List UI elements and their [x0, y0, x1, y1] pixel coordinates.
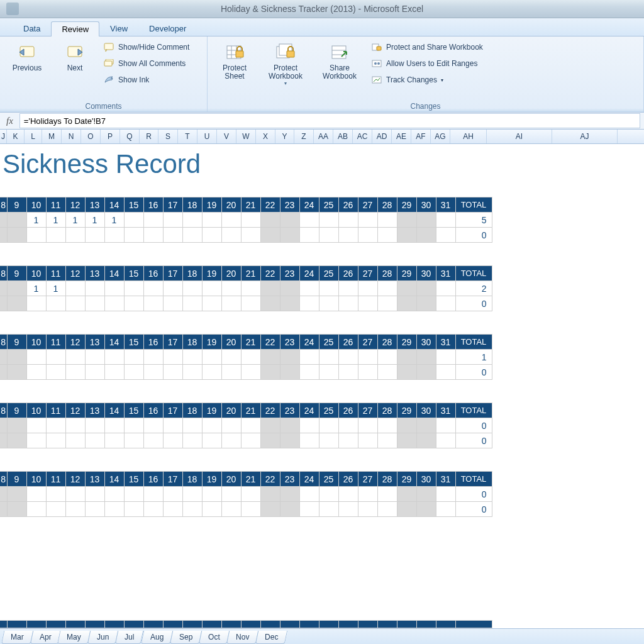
day-cell[interactable]: [221, 418, 241, 433]
day-cell[interactable]: [85, 350, 104, 365]
share-workbook-button[interactable]: Share Workbook: [314, 39, 365, 83]
day-cell[interactable]: [241, 502, 260, 517]
day-cell[interactable]: [202, 433, 221, 448]
column-header-V[interactable]: V: [217, 130, 236, 143]
day-cell[interactable]: [280, 296, 299, 311]
day-cell[interactable]: [143, 350, 163, 365]
column-header-AF[interactable]: AF: [411, 130, 431, 143]
day-cell[interactable]: [319, 296, 338, 311]
day-cell[interactable]: [143, 433, 163, 448]
day-cell[interactable]: [397, 418, 416, 433]
day-cell[interactable]: 1: [46, 281, 65, 296]
day-cell[interactable]: [358, 365, 377, 380]
column-header-Y[interactable]: Y: [275, 130, 294, 143]
day-cell[interactable]: [163, 487, 182, 502]
day-cell[interactable]: [143, 213, 163, 228]
day-cell[interactable]: [299, 502, 319, 517]
day-cell[interactable]: [202, 296, 221, 311]
day-cell[interactable]: [377, 418, 397, 433]
day-cell[interactable]: [124, 365, 143, 380]
day-cell[interactable]: [202, 487, 221, 502]
day-cell[interactable]: [182, 502, 202, 517]
previous-button[interactable]: Previous: [5, 39, 49, 75]
day-cell[interactable]: [46, 350, 65, 365]
column-header-AI[interactable]: AI: [487, 130, 552, 143]
day-cell[interactable]: [241, 418, 260, 433]
day-cell[interactable]: [416, 296, 436, 311]
day-cell[interactable]: [377, 228, 397, 243]
day-cell[interactable]: [221, 502, 241, 517]
day-cell[interactable]: [65, 350, 85, 365]
day-cell[interactable]: [319, 502, 338, 517]
day-cell[interactable]: [416, 350, 436, 365]
column-header-Z[interactable]: Z: [294, 130, 314, 143]
track-changes-button[interactable]: Track Changes ▾: [369, 73, 486, 87]
day-cell[interactable]: [65, 365, 85, 380]
day-cell[interactable]: [260, 433, 280, 448]
day-cell[interactable]: [319, 281, 338, 296]
day-cell[interactable]: [182, 213, 202, 228]
day-cell[interactable]: 1: [104, 213, 124, 228]
day-cell[interactable]: [221, 487, 241, 502]
show-ink-button[interactable]: Show Ink: [101, 73, 192, 87]
day-cell[interactable]: [0, 281, 7, 296]
day-cell[interactable]: [143, 228, 163, 243]
column-header-AD[interactable]: AD: [372, 130, 392, 143]
day-cell[interactable]: [65, 228, 85, 243]
day-cell[interactable]: [377, 350, 397, 365]
day-cell[interactable]: [65, 433, 85, 448]
day-cell[interactable]: [7, 433, 26, 448]
column-header-AE[interactable]: AE: [392, 130, 411, 143]
day-cell[interactable]: [104, 281, 124, 296]
column-header-M[interactable]: M: [42, 130, 62, 143]
day-cell[interactable]: [182, 281, 202, 296]
day-cell[interactable]: [124, 418, 143, 433]
column-header-AC[interactable]: AC: [353, 130, 372, 143]
day-cell[interactable]: [416, 281, 436, 296]
day-cell[interactable]: [358, 487, 377, 502]
day-cell[interactable]: [221, 365, 241, 380]
day-cell[interactable]: [260, 228, 280, 243]
ribbon-tab-review[interactable]: Review: [51, 21, 99, 36]
day-cell[interactable]: [163, 365, 182, 380]
sheet-tab-oct[interactable]: Oct: [199, 631, 230, 644]
day-cell[interactable]: [163, 418, 182, 433]
day-cell[interactable]: [143, 502, 163, 517]
day-cell[interactable]: [163, 228, 182, 243]
day-cell[interactable]: [65, 418, 85, 433]
day-cell[interactable]: [104, 487, 124, 502]
day-cell[interactable]: [358, 433, 377, 448]
day-cell[interactable]: [299, 365, 319, 380]
day-cell[interactable]: [436, 433, 455, 448]
day-cell[interactable]: [46, 433, 65, 448]
day-cell[interactable]: [124, 281, 143, 296]
day-cell[interactable]: [397, 365, 416, 380]
day-cell[interactable]: [319, 228, 338, 243]
day-cell[interactable]: [26, 433, 46, 448]
column-header-O[interactable]: O: [81, 130, 101, 143]
day-cell[interactable]: [0, 228, 7, 243]
day-cell[interactable]: [260, 365, 280, 380]
day-cell[interactable]: [241, 281, 260, 296]
day-cell[interactable]: [104, 433, 124, 448]
day-cell[interactable]: [280, 213, 299, 228]
day-cell[interactable]: [0, 213, 7, 228]
day-cell[interactable]: [182, 228, 202, 243]
day-cell[interactable]: [7, 365, 26, 380]
day-cell[interactable]: [338, 365, 358, 380]
day-cell[interactable]: [65, 487, 85, 502]
day-cell[interactable]: [280, 350, 299, 365]
day-cell[interactable]: [104, 502, 124, 517]
day-cell[interactable]: [0, 487, 7, 502]
day-cell[interactable]: [7, 350, 26, 365]
day-cell[interactable]: [85, 502, 104, 517]
day-cell[interactable]: [163, 213, 182, 228]
day-cell[interactable]: [85, 281, 104, 296]
day-cell[interactable]: [143, 418, 163, 433]
day-cell[interactable]: [124, 502, 143, 517]
protect-and-share-button[interactable]: Protect and Share Workbook: [369, 40, 486, 54]
day-cell[interactable]: [221, 433, 241, 448]
day-cell[interactable]: [65, 281, 85, 296]
day-cell[interactable]: [260, 350, 280, 365]
day-cell[interactable]: [280, 502, 299, 517]
